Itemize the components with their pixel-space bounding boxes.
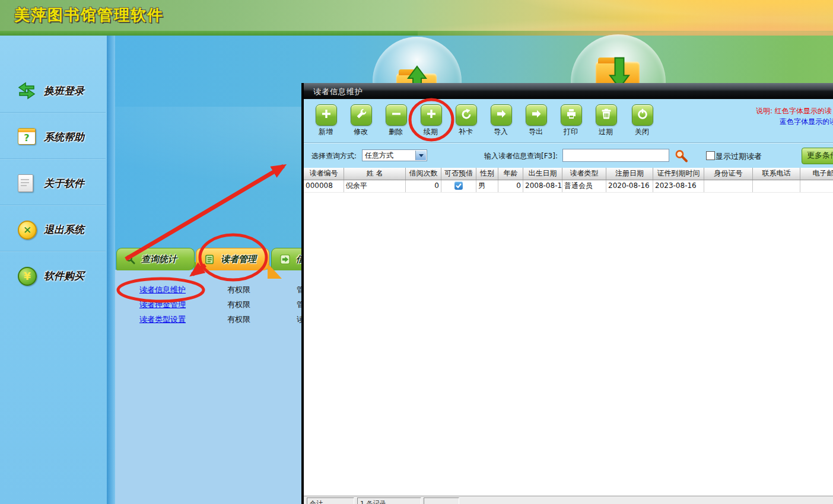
table-row[interactable]: 000008倪余平0男02008-08-1普通会员2020-08-162023-… [304, 180, 833, 193]
status-panel-1: 1 条记录 [357, 497, 421, 504]
reader-table: 读者编号姓 名借阅次数可否预借性别年龄出生日期读者类型注册日期证件到期时间身份证… [304, 168, 833, 496]
column-header-9[interactable]: 证件到期时间 [653, 168, 704, 180]
toolbar-button-续期[interactable] [421, 104, 442, 126]
table-cell: 2008-08-1 [523, 180, 562, 192]
column-header-11[interactable]: 联系电话 [753, 168, 800, 180]
toolbar-button-label: 打印 [553, 127, 589, 137]
plus-icon [425, 108, 437, 122]
banner-bottom-strip [0, 31, 833, 36]
dialog-status-bar: 合计1 条记录 [304, 496, 833, 504]
table-cell: 2023-08-16 [653, 180, 704, 192]
column-header-8[interactable]: 注册日期 [606, 168, 653, 180]
reader-doc-icon [205, 254, 215, 264]
dialog-title: 读者信息维护 [313, 87, 363, 97]
toolbar-button-导出[interactable] [526, 104, 547, 126]
permission-state: 有权限 [227, 314, 250, 325]
sidebar-divider [0, 112, 106, 113]
sidebar-item-1[interactable]: ?系统帮助 [0, 117, 107, 157]
wrench-icon [355, 108, 367, 122]
column-header-2[interactable]: 借阅次数 [406, 168, 441, 180]
tab-label: 读者管理 [221, 254, 256, 265]
toolbar-button-label: 关闭 [624, 127, 660, 137]
document-icon [18, 174, 36, 192]
dialog-toolbar: 新增修改删除续期补卡导入导出打印过期关闭 [304, 99, 833, 142]
query-mode-select[interactable]: 任意方式 [362, 149, 427, 161]
minus-icon [390, 108, 402, 122]
sidebar-item-label: 关于软件 [44, 177, 84, 190]
toolbar-button-label: 续期 [413, 127, 449, 137]
toolbar-button-关闭[interactable] [632, 104, 653, 126]
power-icon [637, 108, 648, 122]
dialog-titlebar[interactable]: 读者信息维护 [304, 83, 833, 99]
sidebar-item-label: 系统帮助 [44, 130, 84, 144]
toolbar-button-修改[interactable] [351, 104, 372, 126]
column-header-10[interactable]: 身份证号 [704, 168, 753, 180]
note-red-line: 说明: 红色字体显示的读 [756, 106, 832, 116]
chevron-down-icon [415, 151, 426, 160]
swap-arrows-icon [18, 82, 36, 100]
plus-icon [320, 108, 332, 122]
tab-query-stats[interactable]: 查询统计 [116, 248, 195, 270]
tab-label: 查询统计 [141, 254, 177, 265]
sidebar-item-4[interactable]: ¥软件购买 [0, 256, 107, 295]
search-label: 输入读者信息查询[F3]: [484, 151, 558, 161]
app-title: 美萍图书馆管理软件 [14, 5, 164, 25]
trash-icon [600, 108, 612, 122]
toolbar-button-label: 导出 [518, 127, 554, 137]
arrow-right-icon [495, 108, 507, 122]
search-icon[interactable] [674, 149, 688, 163]
sidebar: 换班登录?系统帮助关于软件✕退出系统¥软件购买 [0, 36, 107, 504]
table-cell [753, 180, 800, 192]
permission-link-0[interactable]: 读者信息维护 [139, 285, 186, 295]
toolbar-button-label: 导入 [483, 127, 519, 137]
table-cell: 倪余平 [344, 180, 406, 192]
table-body: 000008倪余平0男02008-08-1普通会员2020-08-162023-… [304, 180, 833, 193]
note-blue-line: 蓝色字体显示的读 [780, 117, 833, 127]
checked-checkbox-icon [454, 181, 463, 190]
permission-link-1[interactable]: 读者押金管理 [139, 299, 186, 310]
toolbar-button-label: 过期 [588, 127, 624, 137]
permission-link-2[interactable]: 读者类型设置 [139, 314, 186, 325]
column-header-3[interactable]: 可否预借 [441, 168, 476, 180]
magnifier-icon [125, 254, 135, 264]
status-panel-2 [424, 497, 459, 504]
arrow-right-icon [530, 108, 542, 122]
column-header-1[interactable]: 姓 名 [344, 168, 406, 180]
sidebar-divider [0, 158, 106, 160]
table-cell: 000008 [304, 180, 344, 192]
query-mode-label: 选择查询方式: [311, 151, 357, 161]
column-header-12[interactable]: 电子邮件 [800, 168, 833, 180]
exit-icon: ✕ [18, 221, 36, 238]
toolbar-button-过期[interactable] [596, 104, 617, 126]
sidebar-edge [107, 36, 115, 504]
column-header-6[interactable]: 出生日期 [523, 168, 562, 180]
undo-icon [460, 108, 472, 122]
column-header-7[interactable]: 读者类型 [562, 168, 606, 180]
help-window-icon: ? [18, 128, 36, 146]
table-cell: 2020-08-16 [606, 180, 653, 192]
toolbar-button-导入[interactable] [491, 104, 512, 126]
sidebar-item-label: 退出系统 [44, 223, 84, 237]
query-row: 选择查询方式: 任意方式 输入读者信息查询[F3]: 显示过期读者 更多条件查询 [304, 142, 833, 168]
table-cell: 普通会员 [562, 180, 606, 192]
sidebar-item-0[interactable]: 换班登录 [0, 71, 107, 110]
table-cell: 男 [476, 180, 498, 192]
search-input[interactable] [562, 149, 669, 162]
show-overdue-label: 显示过期读者 [716, 151, 762, 162]
sidebar-item-2[interactable]: 关于软件 [0, 164, 107, 203]
more-conditions-button[interactable]: 更多条件查询 [802, 148, 833, 164]
toolbar-button-label: 补卡 [448, 127, 484, 137]
status-panel-0: 合计 [307, 497, 354, 504]
toolbar-button-补卡[interactable] [456, 104, 477, 126]
reader-info-dialog: 读者信息维护 新增修改删除续期补卡导入导出打印过期关闭 说明: 红色字体显示的读… [301, 83, 833, 504]
tab-reader-management[interactable]: 读者管理 [196, 248, 269, 270]
toolbar-button-打印[interactable] [561, 104, 582, 126]
column-header-0[interactable]: 读者编号 [304, 168, 344, 180]
show-overdue-checkbox[interactable] [706, 151, 715, 160]
toolbar-button-label: 修改 [343, 127, 379, 137]
column-header-5[interactable]: 年龄 [498, 168, 523, 180]
sidebar-item-3[interactable]: ✕退出系统 [0, 210, 107, 249]
toolbar-button-删除[interactable] [386, 104, 407, 126]
toolbar-button-新增[interactable] [316, 104, 337, 126]
column-header-4[interactable]: 性别 [476, 168, 498, 180]
